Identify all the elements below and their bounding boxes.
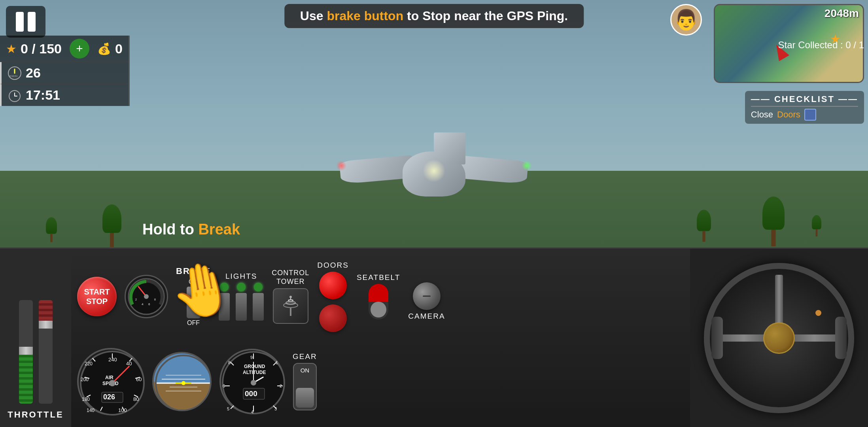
steering-wheel-section <box>690 249 868 427</box>
plane <box>330 107 538 235</box>
camera-knob[interactable] <box>413 282 441 310</box>
tachometer-svg: 4 6 2 8 <box>127 277 166 316</box>
seatbelt-toggle[interactable] <box>369 284 388 319</box>
horizon-svg <box>154 353 212 411</box>
dashboard: Hold to Break THROTTLE <box>0 248 868 427</box>
steering-wheel[interactable] <box>704 263 854 413</box>
tree-3 <box>697 210 711 242</box>
controls-row-2: 240 40 60 80 100 140 180 200 220 AIR SPE… <box>77 338 684 421</box>
throttle-sliders <box>19 282 53 404</box>
controls-section: START STOP 4 6 2 8 <box>71 249 690 427</box>
altimeter-svg: GROUND ALTITUDE 9 <box>221 350 286 416</box>
svg-text:240: 240 <box>108 357 117 363</box>
doors-label: DOORS <box>317 261 349 270</box>
tree-1 <box>46 217 57 242</box>
svg-text:4: 4 <box>251 410 253 414</box>
tower-icon <box>279 294 303 318</box>
altimeter-gauge: GROUND ALTITUDE 9 <box>219 349 285 414</box>
pause-bar-right <box>28 12 36 32</box>
seatbelt-knob <box>371 302 386 317</box>
light-switch-3[interactable] <box>253 293 264 321</box>
gear-toggle[interactable]: ON OFF <box>293 363 317 410</box>
doors-button-1[interactable] <box>319 272 347 299</box>
svg-text:80: 80 <box>133 396 139 402</box>
doors-section: DOORS <box>317 261 349 332</box>
doors-button-2[interactable] <box>319 304 347 332</box>
svg-point-40 <box>109 380 115 386</box>
tree-5 <box>812 215 821 236</box>
svg-point-5 <box>144 294 149 299</box>
svg-text:GROUND: GROUND <box>244 364 265 369</box>
svg-text:ALTITUDE: ALTITUDE <box>243 370 266 375</box>
svg-text:026: 026 <box>103 393 115 401</box>
svg-line-61 <box>231 406 234 409</box>
pause-button[interactable] <box>6 6 45 38</box>
throttle-label: THROTTLE <box>8 410 63 420</box>
svg-text:180: 180 <box>82 397 90 402</box>
pause-bar-left <box>16 12 24 32</box>
svg-text:6: 6 <box>223 384 225 388</box>
svg-point-13 <box>288 300 293 301</box>
svg-text:200: 200 <box>81 377 89 382</box>
airspeed-svg: 240 40 60 80 100 140 180 200 220 AIR SPE… <box>79 350 146 417</box>
svg-text:AIR: AIR <box>105 375 113 380</box>
svg-text:220: 220 <box>85 361 93 367</box>
camera-section: CAMERA <box>408 272 445 321</box>
light-indicator-3 <box>254 283 263 291</box>
seatbelt-section: SEATBELT <box>357 273 400 319</box>
svg-point-51 <box>182 381 185 385</box>
control-tower-button[interactable] <box>273 288 308 324</box>
svg-text:9: 9 <box>250 355 253 360</box>
svg-text:2: 2 <box>135 298 137 301</box>
control-tower-label: CONTROL TOWER <box>272 269 309 286</box>
horizon-gauge <box>152 352 212 411</box>
start-stop-button[interactable]: START STOP <box>77 277 117 316</box>
tree-4 <box>762 196 785 246</box>
svg-point-15 <box>289 296 292 298</box>
gear-section: GEAR ON OFF <box>293 352 317 410</box>
steering-center <box>763 322 795 354</box>
svg-text:40: 40 <box>126 361 132 367</box>
control-tower-section: CONTROL TOWER <box>272 269 309 323</box>
svg-text:4: 4 <box>142 302 144 306</box>
light-indicator-2 <box>237 283 246 291</box>
brake-hint: Hold to Break <box>142 221 240 238</box>
gear-label: GEAR <box>293 352 317 361</box>
svg-text:5: 5 <box>227 406 229 411</box>
svg-text:1: 1 <box>276 360 278 365</box>
svg-text:6: 6 <box>148 302 150 306</box>
throttle-section: THROTTLE <box>0 249 71 427</box>
svg-text:8: 8 <box>228 360 231 365</box>
steering-handle-left <box>711 317 722 359</box>
svg-point-76 <box>251 380 256 385</box>
svg-text:8: 8 <box>154 298 156 301</box>
svg-text:2: 2 <box>280 384 282 388</box>
svg-text:60: 60 <box>136 376 142 382</box>
svg-text:3: 3 <box>274 406 277 411</box>
gear-knob <box>296 388 314 408</box>
svg-point-11 <box>284 303 298 308</box>
svg-text:000: 000 <box>245 389 257 398</box>
seatbelt-label: SEATBELT <box>357 273 400 282</box>
tachometer-gauge: 4 6 2 8 <box>125 275 168 318</box>
svg-text:140: 140 <box>87 408 95 413</box>
steering-handle-right <box>835 317 846 359</box>
svg-text:100: 100 <box>118 407 127 413</box>
brake-hand-cursor: 🤚 <box>165 255 239 325</box>
svg-rect-10 <box>290 308 291 316</box>
airspeed-gauge: 240 40 60 80 100 140 180 200 220 AIR SPE… <box>77 348 144 415</box>
dashboard-content: THROTTLE START STOP <box>0 249 868 427</box>
camera-label: CAMERA <box>408 312 445 321</box>
throttle-track-right[interactable] <box>39 300 53 404</box>
steering-indicator <box>815 310 821 316</box>
tree-2 <box>102 204 121 247</box>
throttle-track-left[interactable] <box>19 300 33 404</box>
